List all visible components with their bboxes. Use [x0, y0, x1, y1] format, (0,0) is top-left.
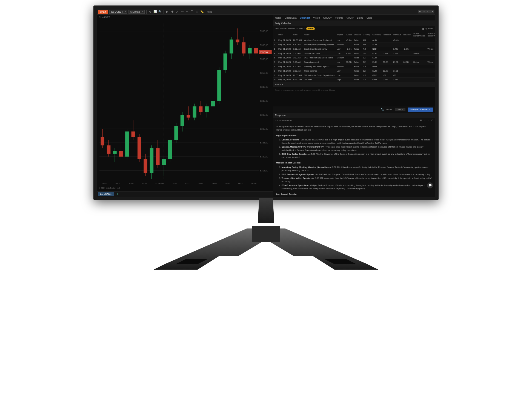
- cursor-icon[interactable]: ⬉: [148, 10, 152, 14]
- cell: [402, 56, 412, 60]
- add-tab-button[interactable]: +: [115, 192, 120, 196]
- chat-fab[interactable]: 💬: [427, 182, 433, 188]
- table-row[interactable]: 6May 21, 20248:00 AMCurrent AccountLow35…: [273, 60, 435, 64]
- svg-text:5365,00: 5365,00: [260, 30, 268, 33]
- chart-type-icon[interactable]: 📊: [153, 10, 157, 14]
- response-header[interactable]: Response ⌃: [273, 113, 435, 118]
- daily-calendar-header[interactable]: Daily Calendar ⌃: [273, 21, 435, 26]
- copy-icon[interactable]: ⧉: [420, 119, 422, 122]
- prompt-header[interactable]: Prompt ⌃: [273, 82, 435, 87]
- draw-shape-icon[interactable]: ◻: [195, 10, 199, 14]
- cell: 8:00 AM: [292, 64, 303, 69]
- x-tick: 06:00: [238, 183, 243, 185]
- x-tick: 07:00: [251, 183, 256, 185]
- crosshair-icon[interactable]: ✚: [170, 10, 174, 14]
- table-row[interactable]: 2May 21, 20241:30 AMMonetary Policy Meet…: [273, 43, 435, 47]
- tab-chat[interactable]: Chat: [367, 16, 372, 19]
- draw-trend-icon[interactable]: 〰: [180, 10, 184, 14]
- cell: [412, 64, 427, 69]
- chart-canvas[interactable]: 5365,005360,005355,005350,005345,005340,…: [97, 20, 273, 191]
- filter-button[interactable]: ▦ ⚲ Filter: [422, 27, 433, 30]
- draw-fib-icon[interactable]: ≡: [185, 10, 189, 14]
- cell: Medium: [336, 43, 345, 47]
- tab-notes[interactable]: Notes: [275, 16, 282, 19]
- svg-text:5355,00: 5355,00: [260, 58, 268, 61]
- prev-icon[interactable]: ←: [424, 119, 426, 122]
- pointer-icon[interactable]: ▶: [165, 10, 169, 14]
- table-row[interactable]: 9May 21, 202410:00 AMCBI Industrial Orde…: [273, 73, 435, 78]
- tab-vwap[interactable]: VWAP: [347, 16, 354, 19]
- cell: [427, 78, 435, 82]
- cell: [402, 69, 412, 73]
- cell: [427, 43, 435, 47]
- svg-rect-59: [205, 106, 208, 112]
- col-header: Time: [292, 31, 303, 38]
- interval-select[interactable]: 5 Minute: [128, 10, 145, 14]
- cell: False: [353, 56, 362, 60]
- scroll-up-icon[interactable]: ⌃: [431, 177, 433, 180]
- table-row[interactable]: 8May 21, 20249:00 AMTrade BalanceLowFals…: [273, 69, 435, 73]
- cell: Medium: [336, 64, 345, 69]
- cell: 8:00 AM: [292, 56, 303, 60]
- tab-ohlcv[interactable]: OHLCV: [323, 16, 332, 19]
- col-header: Previous: [392, 31, 402, 38]
- close-icon[interactable]: ✕: [430, 10, 434, 13]
- analyse-button[interactable]: Analyse Calendar →: [408, 108, 433, 112]
- svg-text:5335,00: 5335,00: [260, 113, 268, 116]
- chevron-up-icon: ⌃: [431, 22, 433, 25]
- cell: May 21, 2024: [277, 56, 292, 60]
- cell: Current Account: [303, 60, 336, 64]
- table-row[interactable]: 1May 21, 202412:30 AMWestpac Consumer Se…: [273, 38, 435, 43]
- draw-text-icon[interactable]: T: [190, 10, 194, 14]
- table-row[interactable]: 4May 21, 20246:00 AMGerman PPI m/mLow0.2…: [273, 51, 435, 56]
- cell: EZ: [362, 69, 371, 73]
- tab-blend[interactable]: Blend: [357, 16, 363, 19]
- tab-volume[interactable]: Volume: [335, 16, 343, 19]
- hide-button[interactable]: Hide: [207, 10, 212, 13]
- svg-rect-65: [224, 53, 227, 70]
- zoom-icon[interactable]: 🔍: [158, 10, 162, 14]
- cell: 8:00 AM: [292, 60, 303, 64]
- svg-rect-81: [252, 226, 280, 242]
- table-row[interactable]: 7May 21, 20248:00 AMTreasury Sec Yellen …: [273, 64, 435, 69]
- tab-calendar[interactable]: Calendar: [300, 16, 310, 19]
- attachment-icon[interactable]: 📎: [381, 108, 384, 111]
- cell: [345, 56, 353, 60]
- minimize-icon[interactable]: −: [422, 10, 426, 13]
- expand-icon[interactable]: ⤢: [431, 119, 433, 122]
- svg-rect-61: [211, 101, 215, 106]
- cell: [382, 56, 392, 60]
- cell: 35.8B: [345, 60, 353, 64]
- measure-icon[interactable]: 📏: [200, 10, 204, 14]
- cell: [412, 78, 427, 82]
- table-row[interactable]: 5May 21, 20248:00 AMECB President Lagard…: [273, 56, 435, 60]
- col-header: Actual: [345, 31, 353, 38]
- svg-rect-57: [199, 106, 202, 112]
- cell: 10: [273, 78, 277, 82]
- cell: 3: [273, 47, 277, 51]
- next-icon[interactable]: →: [427, 119, 430, 122]
- chart-tab-active[interactable]: ES JUN24: [98, 192, 114, 196]
- maximize-icon[interactable]: □: [426, 10, 430, 13]
- cell: 3:00 AM: [292, 47, 303, 51]
- cell: CAD: [371, 78, 382, 82]
- draw-line-icon[interactable]: ／: [175, 10, 179, 14]
- prompt-textarea[interactable]: Enter a new prompt or select a saved pro…: [273, 87, 435, 106]
- cell: 0.6%: [392, 78, 402, 82]
- cell: [345, 69, 353, 73]
- settings-icon[interactable]: ⚙: [418, 10, 422, 13]
- symbol-select[interactable]: ES JUN24: [109, 10, 127, 14]
- table-row[interactable]: 3May 21, 20243:00 AMCredit Card Spending…: [273, 47, 435, 51]
- table-row[interactable]: 10May 21, 202412:30 PMCPI m/mHighFalseCA…: [273, 78, 435, 82]
- chart-badge[interactable]: Chart: [98, 10, 108, 14]
- cell: [345, 64, 353, 69]
- model-select[interactable]: GPT 4: [395, 108, 405, 111]
- tab-chart-data[interactable]: Chart Data: [285, 16, 297, 19]
- cell: NZD: [371, 47, 382, 51]
- chart-tabs: ES JUN24 +: [97, 191, 273, 197]
- cell: [412, 69, 427, 73]
- cell: GE: [362, 51, 371, 56]
- cell: [412, 47, 427, 51]
- tab-vision[interactable]: Vision: [313, 16, 320, 19]
- cell: Worse: [427, 60, 435, 64]
